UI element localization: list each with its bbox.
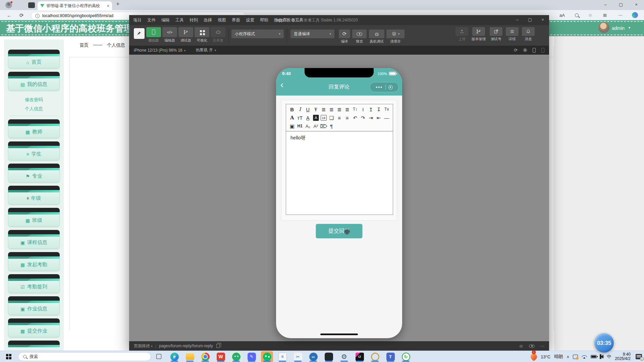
weather-news-icon[interactable]: 1 [529,352,538,361]
new-tab-button[interactable]: + [116,1,120,8]
editor-toolbar-icon[interactable]: ⌦ [320,122,328,130]
clear-cache-button[interactable]: ▾ [386,29,405,38]
breadcrumb-home[interactable]: 首页 [79,42,89,48]
editor-toolbar-icon[interactable]: 19 [320,114,328,122]
tab-group-icon[interactable] [28,2,35,8]
record-icon[interactable] [523,48,527,52]
panel-cloud-button[interactable]: 云开发 [211,27,225,43]
browser-maximize-button[interactable]: ▢ [613,0,629,10]
editor-toolbar-icon[interactable]: ≡ [335,114,343,122]
editor-toolbar-icon[interactable]: — [383,114,391,122]
wifi-icon[interactable] [582,355,587,359]
sidebar-sublink-修改密码[interactable]: 修改密码 [8,95,60,104]
taskbar-app-wps[interactable]: W [215,351,227,362]
editor-toolbar-icon[interactable]: ↶ [351,114,359,122]
devtools-menu-item[interactable]: 选择 [204,17,212,23]
editor-toolbar-icon[interactable]: H1 [296,122,304,130]
sidebar-item-专业[interactable]: ⚑专业 [8,164,60,182]
start-button[interactable] [6,354,11,359]
devtools-menu-item[interactable]: 帮助 [260,17,268,23]
taskbar-app-rewards[interactable] [369,351,381,362]
ime-indicator[interactable]: 中 [607,354,611,360]
sidebar-item-首页[interactable]: ⌂首页 [8,50,60,68]
editor-toolbar-icon[interactable]: I [359,105,367,114]
compile-button[interactable]: ⟳ [339,29,350,38]
refresh-icon[interactable]: ⟳ [19,12,24,18]
device-selector[interactable]: iPhone 12/13 (Pro) 96% 16▾ [134,48,185,53]
editor-content[interactable]: hello呀 [286,131,393,215]
taskbar-app-github[interactable] [323,351,335,362]
editor-toolbar-icon[interactable]: A [288,114,296,122]
devtools-menu-item[interactable]: 视图 [218,17,226,23]
details-button[interactable]: 详情 [504,27,520,42]
favorites-star-icon[interactable]: ☆ [588,13,592,18]
zoom-icon[interactable] [575,13,579,17]
editor-toolbar-icon[interactable]: ≣ [343,105,352,114]
editor-toolbar-icon[interactable]: B [288,105,296,114]
close-target-icon[interactable] [388,85,393,89]
editor-toolbar-icon[interactable]: ▣ [288,122,296,130]
editor-toolbar-icon[interactable]: ↥ [367,105,375,114]
weather-text[interactable]: 晴朗 [554,354,563,360]
back-chevron-icon[interactable]: ‹ [280,80,283,90]
editor-toolbar-icon[interactable]: A₂ [304,122,312,130]
copilot-icon[interactable] [632,12,638,18]
more-menu-icon[interactable]: ⋯ [618,13,623,18]
sidebar-item-提交作业[interactable]: ▦提交作业 [8,318,60,337]
editor-toolbar-icon[interactable]: ≡ [343,114,352,122]
taskbar-app-sync[interactable]: ↻ [400,351,412,362]
devtools-menu-item[interactable]: 界面 [232,17,240,23]
sidebar-item-年级[interactable]: ılı年级 [8,186,60,204]
devtools-maximize-button[interactable]: ▢ [524,15,536,25]
bug-icon[interactable] [519,344,524,349]
sidebar-item-考勤签到[interactable]: ☑考勤签到 [8,274,60,293]
site-info-icon[interactable]: i [35,14,40,18]
mode-dropdown[interactable]: 小程序模式▾ [231,29,284,38]
compile-mode-dropdown[interactable]: 普通编译▾ [290,29,334,38]
remote-debug-button[interactable] [369,29,384,38]
translate-icon[interactable]: aA [559,13,565,18]
panel-editor-button[interactable]: </> 编辑器 [162,27,177,43]
eye-icon[interactable] [529,344,535,348]
taskbar-app-wechat-devtools[interactable] [230,351,242,362]
sidebar-item-我的信息[interactable]: ▤我的信息 [8,72,60,90]
search-input[interactable]: 搜索 [18,352,151,361]
rotation-lock-icon[interactable] [573,355,578,359]
battery-icon[interactable] [591,355,597,358]
browser-profile-icon[interactable] [5,2,12,8]
taskbar-app-intellij[interactable]: IJ [354,351,366,362]
rotate-icon[interactable]: ⟳ [514,48,518,53]
sidebar-item-作业信息[interactable]: ▣作业信息 [8,296,60,315]
panel-debugger-button[interactable]: 调试器 [178,27,193,43]
taskbar-app-edge[interactable]: e [168,351,180,362]
editor-toolbar-icon[interactable]: тT [296,114,304,122]
device-frame-icon[interactable] [533,48,536,53]
pin-button[interactable] [134,28,145,39]
sidebar-sublink-个人信息[interactable]: 个人信息 [8,104,60,113]
sidebar-item-课程信息[interactable]: ▣课程信息 [8,230,60,249]
user-name[interactable]: admin [612,25,625,31]
devtools-minimize-button[interactable]: – [511,15,524,25]
page-path-label[interactable]: 页面路径 ▾ [134,343,153,349]
devtools-menu-item[interactable]: 编辑 [161,17,170,23]
editor-toolbar-icon[interactable]: ≣ [320,105,328,114]
editor-toolbar-icon[interactable]: ↷ [359,114,367,122]
task-view-button[interactable] [156,354,161,359]
messages-button[interactable]: 消息 [520,27,536,42]
volume-icon[interactable] [600,355,603,358]
floating-clock-widget[interactable]: 03:35 [594,333,614,353]
sidebar-item-班级[interactable]: ▦班级 [8,208,60,227]
editor-toolbar-icon[interactable]: Tx [383,105,391,114]
version-control-button[interactable]: 版本管理 [471,27,487,42]
taskbar-app-settings[interactable]: ⚙ [338,351,350,362]
taskbar-app-docs-pen[interactable]: ✎ [246,351,258,362]
avatar[interactable] [598,22,609,33]
devtools-menu-item[interactable]: 工具 [175,17,184,23]
devtools-menu-item[interactable]: 转到 [190,17,198,23]
editor-toolbar-icon[interactable]: I [296,105,304,114]
user-caret-icon[interactable]: ▼ [628,26,631,29]
tray-expand-icon[interactable]: ∧ [567,355,569,359]
devtools-close-button[interactable]: × [536,15,549,25]
copy-icon[interactable] [216,344,220,348]
screenshot-icon[interactable] [541,48,544,53]
